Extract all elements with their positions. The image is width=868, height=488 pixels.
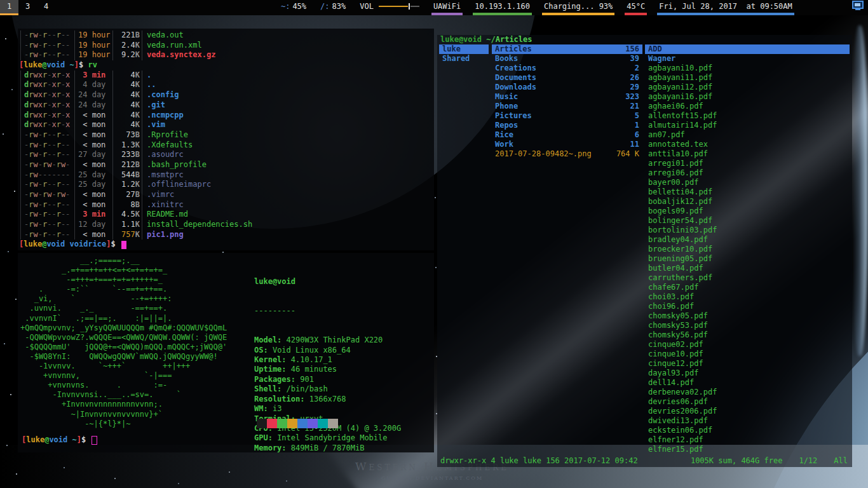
computer-icon[interactable] (806, 0, 864, 22)
file-size: 1.2K (113, 180, 142, 190)
preview-file-row[interactable]: bobaljik12.pdf (645, 197, 850, 207)
file-mtime: 25 day (75, 170, 113, 180)
file-mtime: 4 day (75, 80, 113, 90)
tray-module[interactable] (804, 0, 865, 15)
directory-row[interactable]: Rice6 (492, 130, 642, 140)
directory-row[interactable]: Pictures5 (492, 111, 642, 121)
preview-file-row[interactable]: arregi06.pdf (645, 168, 850, 178)
preview-file-row[interactable]: annotated.tex (645, 140, 850, 149)
preview-file-row[interactable]: dell14.pdf (645, 378, 850, 388)
preview-file-row[interactable]: devries2006.pdf (645, 407, 850, 416)
temperature-module[interactable]: 45°C (625, 0, 647, 15)
file-permissions: -rw-r--r-- (20, 210, 75, 220)
preview-file-row[interactable]: anttila10.pdf (645, 149, 850, 159)
file-name: .ncmpcpp (142, 111, 184, 121)
preview-file-row[interactable]: butler04.pdf (645, 264, 850, 273)
file-size: 8B (113, 200, 142, 210)
top-bar: 134 ~:45% /:83% VOL UAWiFi 10.193.1.160 … (0, 0, 868, 15)
preview-file-row[interactable]: bolinger54.pdf (645, 216, 850, 226)
terminal-neofetch[interactable]: __.;=====;.__ _.=+==++=++<=+<=+=+=+=_ -=… (18, 253, 434, 452)
directory-row[interactable]: Music323 (492, 92, 642, 102)
preview-file-row[interactable]: ADD (645, 44, 850, 54)
preview-file-row[interactable]: bradley04.pdf (645, 235, 850, 245)
preview-file-row[interactable]: chomsky56.pdf (645, 330, 850, 340)
file-permissions: -rw-r--r-- (20, 41, 75, 51)
preview-file-row[interactable]: arregi01.pdf (645, 159, 850, 168)
parent-item-luke[interactable]: luke (439, 44, 489, 54)
preview-file-row[interactable]: choi03.pdf (645, 292, 850, 302)
directory-row[interactable]: Repos1 (492, 121, 642, 130)
preview-file-row[interactable]: agbayani11.pdf (645, 73, 850, 83)
color-swatch-7 (328, 419, 338, 428)
preview-file-row[interactable]: belletti04.pdf (645, 187, 850, 197)
preview-file-row[interactable]: bruening05.pdf (645, 254, 850, 264)
preview-file-row[interactable]: chafe67.pdf (645, 283, 850, 292)
image-file-row[interactable]: 2017-07-28-09482~.png764 K (492, 149, 642, 159)
preview-file-row[interactable]: bayer00.pdf (645, 178, 850, 187)
volume-module[interactable]: VOL (358, 0, 421, 15)
preview-file-row[interactable]: broecker10.pdf (645, 245, 850, 254)
preview-file-row[interactable]: cinque10.pdf (645, 349, 850, 359)
battery-module[interactable]: Charging... 93% (542, 0, 614, 15)
file-mtime: 3 min (75, 210, 113, 220)
file-mtime: 24 day (75, 100, 113, 111)
preview-file-row[interactable]: elfner15.pdf (645, 445, 850, 454)
file-listing-row: -rw-r--r-- 3 min4.5KREADME.md (18, 210, 434, 220)
workspace-4[interactable]: 4 (37, 0, 55, 15)
volume-slider-handle[interactable] (409, 3, 410, 10)
preview-file-row[interactable]: bogels09.pdf (645, 207, 850, 216)
volume-slider-filled[interactable] (379, 6, 408, 7)
wallpaper-credit: gucken.deviantart.com (254, 475, 610, 481)
preview-file-row[interactable]: agbayani16.pdf (645, 92, 850, 102)
ip-module[interactable]: 10.193.1.160 (473, 0, 532, 15)
preview-file-row[interactable]: cinque02.pdf (645, 340, 850, 349)
workspace-1[interactable]: 1 (0, 0, 18, 15)
file-name: .vim (142, 120, 165, 130)
ranger-window[interactable]: luke@void ~/Articles lukeShared Articles… (437, 35, 852, 467)
preview-file-row[interactable]: dayal93.pdf (645, 369, 850, 378)
directory-row[interactable]: Books39 (492, 54, 642, 64)
workspace-3[interactable]: 3 (18, 0, 37, 15)
directory-row[interactable]: Phone21 (492, 102, 642, 111)
preview-file-row[interactable]: Wagner (645, 54, 850, 64)
file-permissions: drwxr-xr-x (20, 120, 75, 130)
wifi-module[interactable]: UAWiFi (431, 0, 463, 15)
parent-item-shared[interactable]: Shared (439, 54, 489, 64)
file-mtime: 27 day (75, 150, 113, 160)
preview-file-row[interactable]: cinque12.pdf (645, 359, 850, 369)
preview-file-row[interactable]: aghaei06.pdf (645, 102, 850, 111)
preview-file-row[interactable]: agbayani10.pdf (645, 64, 850, 73)
directory-row[interactable]: Documents26 (492, 73, 642, 83)
home-disk-module[interactable]: ~:45% (279, 0, 308, 15)
preview-file-row[interactable]: chomsky05.pdf (645, 311, 850, 321)
clock-text: Fri, Jul 28, 2017 at 09:50AM (659, 2, 792, 11)
preview-file-row[interactable]: an07.pdf (645, 130, 850, 140)
preview-file-row[interactable]: chomsky53.pdf (645, 321, 850, 330)
clock-module[interactable]: Fri, Jul 28, 2017 at 09:50AM (657, 0, 794, 15)
terminal-file-listing[interactable]: -rw-r--r--19 hour221Bveda.out-rw-r--r--1… (18, 29, 434, 250)
preview-file-row[interactable]: derbeneva02.pdf (645, 388, 850, 397)
preview-file-row[interactable]: almutairi14.pdf (645, 121, 850, 130)
file-name: .offlineimaprc (142, 180, 211, 190)
preview-file-row[interactable]: agbayani12.pdf (645, 83, 850, 92)
root-disk-module[interactable]: /:83% (318, 0, 348, 15)
preview-file-row[interactable]: dwivedi13.pdf (645, 416, 850, 426)
preview-file-row[interactable]: allentoft15.pdf (645, 111, 850, 121)
preview-file-row[interactable]: devries06.pdf (645, 397, 850, 407)
preview-file-row[interactable]: eckstein06.pdf (645, 426, 850, 435)
directory-row[interactable]: Downloads29 (492, 83, 642, 92)
color-swatch-1 (267, 419, 277, 428)
file-mtime: 24 day (75, 90, 113, 100)
preview-file-row[interactable]: carruthers.pdf (645, 273, 850, 283)
preview-file-row[interactable]: elfner12.pdf (645, 435, 850, 445)
color-swatch-3 (287, 419, 297, 428)
file-name: .asoudrc (142, 150, 184, 160)
file-mtime: 19 hour (75, 30, 113, 41)
directory-row[interactable]: Articles156 (492, 44, 642, 54)
preview-file-row[interactable]: bortolini03.pdf (645, 226, 850, 235)
file-permissions: -rw-r--r-- (20, 150, 75, 160)
preview-file-row[interactable]: choi96.pdf (645, 302, 850, 311)
neofetch-info-line: Packages: 901 (254, 375, 401, 384)
directory-row[interactable]: Work11 (492, 140, 642, 149)
directory-row[interactable]: Creations2 (492, 64, 642, 73)
